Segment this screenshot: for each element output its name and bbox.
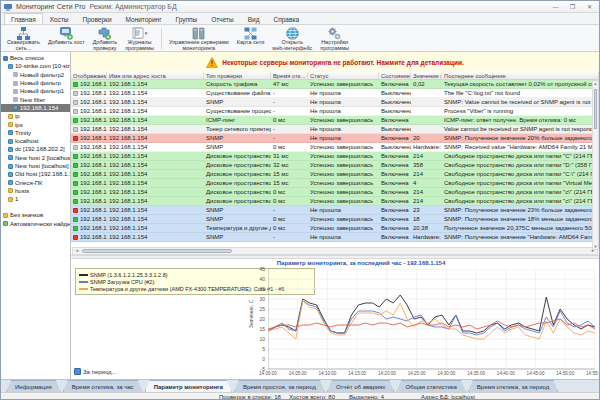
- sidebar-item-1[interactable]: 10-strike.com [10-strike.com:1]: [1, 62, 70, 70]
- dropdown-arrow-icon[interactable]: ▾: [145, 31, 148, 37]
- scroll-left-icon[interactable]: ◄: [73, 248, 81, 254]
- column-header-3[interactable]: Время отк...: [271, 72, 308, 79]
- sidebar-item-12[interactable]: New host 2 [localhost]: [1, 154, 70, 162]
- maximize-button[interactable]: ❐: [566, 2, 579, 11]
- close-button[interactable]: ✕: [583, 2, 596, 11]
- cell-value: 214: [411, 170, 442, 178]
- cell-display-name: 192.168.1.154: [71, 116, 107, 124]
- column-header-0[interactable]: Отображаем...: [71, 72, 107, 79]
- scroll-down-icon[interactable]: ▼: [593, 244, 598, 249]
- column-header-2[interactable]: Тип проверки: [204, 72, 271, 79]
- sidebar-item-5[interactable]: New filter: [1, 95, 70, 103]
- search-icon: [3, 221, 8, 226]
- table-row[interactable]: 192.168.1.154192.168.1.154Дисковое прост…: [71, 152, 599, 161]
- cell-last-message: SNMP: Полученное значение 18% меньше зад…: [442, 215, 599, 223]
- table-row[interactable]: 192.168.1.154192.168.1.154SNMP-Не прошла…: [71, 134, 599, 143]
- cell-value: Hardware: AMD64 ...: [411, 143, 442, 151]
- table-row[interactable]: 192.168.1.154192.168.1.154Дисковое прост…: [71, 188, 599, 197]
- sidebar-item-2[interactable]: Новый фильтр2: [1, 71, 70, 79]
- toolbar-button-4[interactable]: Управление серверами мониторинга: [165, 26, 233, 51]
- menu-tab-5[interactable]: Отчеты: [204, 13, 240, 24]
- column-header-1[interactable]: Имя или адрес хоста: [107, 72, 204, 79]
- table-row[interactable]: 192.168.1.154192.168.1.154SNMP0 мсУспешн…: [71, 215, 599, 224]
- cell-last-message: Value cannot be received or SNMP agent i…: [442, 125, 599, 133]
- sidebar-item-11[interactable]: dc [192.168.202.2]: [1, 145, 70, 153]
- column-header-4[interactable]: Статус: [308, 72, 379, 79]
- menu-tab-2[interactable]: Проверки: [76, 13, 119, 24]
- sidebar-item-4[interactable]: Новый фильтр1: [1, 87, 70, 95]
- toolbar-button-7[interactable]: Настройки программы: [316, 26, 353, 51]
- bottom-tab-5[interactable]: Общая статистика: [396, 380, 465, 392]
- toolbar-button-1[interactable]: Добавить хост: [44, 26, 89, 51]
- toolbar-button-2[interactable]: Добавить проверку: [89, 26, 121, 51]
- sidebar-item-10[interactable]: localhost: [1, 137, 70, 145]
- cell-state: Выключена: [379, 107, 411, 115]
- cell-last-message: Свободное пространство диска или папки "…: [442, 197, 599, 205]
- table-horizontal-scrollbar[interactable]: ◄ ►: [72, 247, 598, 255]
- sidebar-item-14[interactable]: Old host [192.168.1.153]: [1, 170, 70, 178]
- sidebar-item-0[interactable]: Весь список: [1, 54, 70, 62]
- toolbar-button-3[interactable]: ▾Журналы программы: [121, 26, 158, 51]
- cell-response-time: 47 мс: [271, 80, 308, 88]
- sidebar-item-8[interactable]: ips: [1, 120, 70, 128]
- column-header-5[interactable]: Состояние: [379, 72, 411, 79]
- sidebar-item-9[interactable]: Trinity: [1, 129, 70, 137]
- cell-value: [411, 125, 442, 133]
- cell-host: 192.168.1.154: [107, 170, 204, 178]
- menu-tab-6[interactable]: Вид: [241, 13, 267, 24]
- sidebar-item-17[interactable]: 1: [1, 195, 70, 203]
- column-header-7[interactable]: Последнее сообщение: [442, 72, 599, 79]
- menu-tab-0[interactable]: Главная: [4, 13, 43, 24]
- cell-host: 192.168.1.154: [107, 107, 204, 115]
- warning-text: Некоторые серверы мониторинга не работаю…: [222, 59, 464, 66]
- table-row[interactable]: 192.168.1.154192.168.1.154SNMP0 мсУспешн…: [71, 143, 599, 152]
- table-row[interactable]: 192.168.1.154192.168.1.154ICMP-пинг0 мсУ…: [71, 116, 599, 125]
- toolbar-button-6[interactable]: Открыть web-интерфейс: [268, 26, 316, 51]
- menu-tab-3[interactable]: Мониторинг: [119, 13, 169, 24]
- bottom-tab-1[interactable]: Время отклика, за час: [63, 380, 143, 392]
- bottom-tab-0[interactable]: Информация: [6, 380, 61, 392]
- table-row[interactable]: 192.168.1.154192.168.1.154SNMP-Не прошла…: [71, 98, 599, 107]
- table-row[interactable]: 192.168.1.154192.168.1.154Существование …: [71, 107, 599, 116]
- sidebar-item-3[interactable]: Новый фильтр: [1, 79, 70, 87]
- toolbar-button-0[interactable]: Сканировать сеть...: [3, 26, 44, 51]
- table-row[interactable]: 192.168.1.154192.168.1.154Существование …: [71, 89, 599, 98]
- cell-host: 192.168.1.154: [107, 98, 204, 106]
- sidebar-item-15[interactable]: Олеся-ПК: [1, 178, 70, 186]
- bottom-tab-2[interactable]: Параметр мониторинга: [145, 380, 232, 392]
- table-row[interactable]: 192.168.1.154192.168.1.154SNMP-Не прошла…: [71, 206, 599, 215]
- table-row[interactable]: 192.168.1.154192.168.1.154Дисковое прост…: [71, 197, 599, 206]
- sidebar-item-7[interactable]: ip: [1, 112, 70, 120]
- menu-tab-4[interactable]: Группы: [169, 13, 205, 24]
- table-row[interactable]: 192.168.1.154192.168.1.154SNMP-Не прошла…: [71, 233, 599, 242]
- cell-status: Успешно завершилась: [308, 161, 379, 169]
- sidebar-item-16[interactable]: hosts: [1, 187, 70, 195]
- cell-display-name: 192.168.1.154: [71, 98, 107, 106]
- toolbar-button-5[interactable]: Карта сети: [233, 26, 268, 51]
- scrollbar-thumb[interactable]: [82, 249, 232, 253]
- sidebar-item-13[interactable]: New host [localhost]: [1, 162, 70, 170]
- table-row[interactable]: 192.168.1.154192.168.1.154Температура и …: [71, 224, 599, 233]
- period-button[interactable]: За период...: [74, 368, 117, 375]
- table-row[interactable]: 192.168.1.154192.168.1.154Дисковое прост…: [71, 161, 599, 170]
- sidebar-item-19[interactable]: Без значков: [1, 211, 70, 219]
- bottom-tab-6[interactable]: Время отклика, за период: [468, 380, 558, 392]
- menu-tab-7[interactable]: Справка: [267, 13, 307, 24]
- cell-check-type: SNMP: [204, 206, 271, 214]
- sidebar-item-20[interactable]: Автоматически найденные проверки: [1, 220, 70, 228]
- bottom-tab-3[interactable]: Время простоя, за период: [234, 380, 325, 392]
- table-row[interactable]: 192.168.1.154192.168.1.154Тонер сетевого…: [71, 125, 599, 134]
- scroll-up-icon[interactable]: ▲: [593, 81, 598, 87]
- minimize-button[interactable]: —: [549, 2, 562, 11]
- bottom-tab-4[interactable]: Отчёт об авариях: [327, 380, 394, 392]
- table-vertical-scrollbar[interactable]: ▲ ▼: [592, 80, 599, 250]
- table-row[interactable]: 192.168.1.154192.168.1.154Дисковое прост…: [71, 179, 599, 188]
- column-header-6[interactable]: Значение парамет...: [411, 72, 442, 79]
- table-row[interactable]: 192.168.1.154192.168.1.154Скорость трафи…: [71, 80, 599, 89]
- menu-tab-1[interactable]: Хосты: [43, 13, 76, 24]
- window-mode: Режим: Администратор БД: [89, 3, 176, 10]
- table-row[interactable]: 192.168.1.154192.168.1.154Дисковое прост…: [71, 170, 599, 179]
- warning-banner[interactable]: Некоторые серверы мониторинга не работаю…: [71, 52, 599, 72]
- sidebar-item-6[interactable]: 192.168.1.154: [1, 104, 70, 112]
- scrollbar-thumb[interactable]: [594, 89, 597, 129]
